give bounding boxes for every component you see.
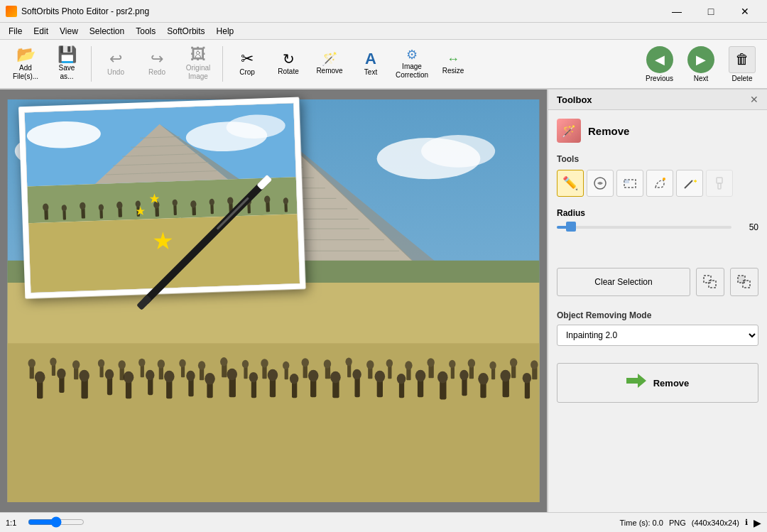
radius-value: 50: [739, 222, 758, 232]
remove-action-button[interactable]: Remove: [557, 363, 758, 403]
maximize-button[interactable]: □: [695, 0, 727, 23]
toolbar-crop-button[interactable]: ✂ Crop: [227, 43, 267, 85]
svg-point-72: [28, 359, 36, 367]
svg-point-46: [268, 369, 278, 381]
dimensions-info: (440x340x24): [692, 519, 739, 527]
status-zoom: 1:1: [6, 519, 16, 527]
selection-add-button[interactable]: [696, 268, 724, 296]
toolbar-add-button[interactable]: 📂 AddFile(s)...: [6, 43, 45, 85]
tool-eraser[interactable]: [587, 170, 614, 197]
title-bar-left: SoftOrbits Photo Editor - psr2.png: [6, 6, 149, 17]
svg-point-175: [663, 178, 665, 180]
tool-brush[interactable]: ✏️: [557, 170, 584, 197]
toolbar-undo-button[interactable]: ↩ Undo: [96, 43, 136, 85]
menu-file[interactable]: File: [3, 25, 28, 38]
previous-button[interactable]: ◀ Previous: [640, 43, 679, 85]
svg-rect-180: [704, 276, 711, 283]
svg-rect-179: [718, 183, 721, 189]
previous-label: Previous: [646, 75, 673, 82]
next-button[interactable]: ▶ Next: [682, 43, 720, 85]
toolbar-original-button[interactable]: 🖼 OriginalImage: [178, 43, 218, 85]
menu-selection[interactable]: Selection: [84, 25, 130, 38]
close-button[interactable]: ✕: [729, 0, 761, 23]
remove-btn-label: Remove: [653, 378, 690, 389]
svg-rect-178: [717, 178, 722, 183]
svg-point-96: [283, 362, 289, 369]
svg-point-94: [261, 359, 268, 367]
zoom-slider[interactable]: [28, 516, 85, 528]
minimize-button[interactable]: —: [660, 0, 693, 23]
save-label: Saveas...: [59, 64, 75, 81]
delete-button[interactable]: 🗑 Delete: [723, 43, 761, 85]
svg-rect-161: [266, 202, 270, 212]
tool-magic-select[interactable]: [646, 170, 673, 197]
svg-point-38: [186, 371, 195, 381]
tool-stamp[interactable]: [706, 170, 733, 197]
correction-label: ImageCorrection: [396, 63, 428, 80]
svg-rect-91: [244, 367, 247, 379]
next-label: Next: [694, 75, 709, 82]
svg-rect-47: [292, 381, 297, 398]
toolbar-correction-button[interactable]: ⚙ ImageCorrection: [392, 43, 432, 85]
text-icon: A: [365, 51, 376, 67]
menu-bar: File Edit View Selection Tools SoftOrbit…: [0, 23, 767, 40]
svg-rect-63: [462, 378, 467, 396]
info-icon[interactable]: ℹ: [745, 518, 748, 527]
title-bar: SoftOrbits Photo Editor - psr2.png — □ ✕: [0, 0, 767, 23]
add-icon: 📂: [16, 47, 36, 63]
svg-rect-33: [148, 378, 153, 395]
menu-view[interactable]: View: [54, 25, 84, 38]
tool-wand[interactable]: [676, 170, 703, 197]
tool-rect-select[interactable]: [616, 170, 643, 197]
svg-point-108: [405, 361, 412, 369]
toolbox-close-button[interactable]: ✕: [750, 94, 758, 105]
menu-softorbits[interactable]: SoftOrbits: [161, 25, 210, 38]
svg-point-66: [478, 373, 489, 385]
remove-label: Remove: [316, 67, 342, 75]
svg-point-76: [72, 360, 80, 369]
separator-1: [91, 46, 92, 82]
svg-rect-22: [0, 343, 547, 509]
toolbar-text-button[interactable]: A Text: [351, 43, 391, 85]
clear-selection-button[interactable]: Clear Selection: [557, 268, 690, 296]
toolbar-redo-button[interactable]: ↪ Redo: [137, 43, 177, 85]
zoom-slider-container: [28, 516, 85, 529]
radius-slider[interactable]: [557, 226, 731, 229]
svg-point-70: [523, 373, 531, 384]
toolbar-save-button[interactable]: 💾 Saveas...: [47, 43, 87, 85]
svg-rect-159: [247, 204, 251, 214]
svg-point-98: [302, 358, 309, 367]
toolbar-resize-button[interactable]: ↔ Resize: [433, 43, 473, 85]
format-info: PNG: [669, 519, 686, 527]
svg-rect-181: [709, 281, 716, 288]
svg-point-48: [290, 374, 298, 384]
eraser-icon: 🪄: [562, 124, 576, 138]
canvas-area[interactable]: [0, 89, 547, 512]
share-icon[interactable]: ▶: [754, 517, 761, 528]
svg-point-74: [50, 358, 56, 366]
svg-point-86: [179, 359, 185, 367]
svg-rect-57: [399, 381, 404, 398]
selection-subtract-button[interactable]: [730, 268, 758, 296]
toolbox-panel: Toolbox ✕ 🪄 Remove Tools ✏️: [547, 89, 767, 512]
svg-point-100: [324, 359, 331, 368]
add-label: AddFile(s)...: [13, 64, 38, 81]
menu-edit[interactable]: Edit: [28, 25, 54, 38]
menu-tools[interactable]: Tools: [130, 25, 161, 38]
svg-point-26: [57, 369, 65, 379]
tools-row: ✏️: [557, 170, 758, 197]
toolbar-remove-button[interactable]: 🪄 Remove: [310, 43, 349, 85]
tools-section-label: Tools: [557, 154, 758, 164]
time-info: Time (s): 0.0: [620, 519, 663, 527]
toolbar: 📂 AddFile(s)... 💾 Saveas... ↩ Undo ↪ Red…: [0, 40, 767, 89]
svg-point-62: [437, 371, 448, 384]
menu-help[interactable]: Help: [211, 25, 240, 38]
toolbar-rotate-button[interactable]: ↻ Rotate: [268, 43, 308, 85]
svg-point-30: [105, 369, 114, 380]
svg-rect-101: [347, 364, 351, 377]
mode-select[interactable]: Inpainting 2.0 Inpainting 1.0 Smart Fill: [557, 325, 758, 346]
svg-point-106: [386, 359, 393, 367]
svg-point-44: [249, 372, 258, 383]
svg-rect-137: [44, 210, 48, 220]
app-icon: [6, 6, 17, 17]
